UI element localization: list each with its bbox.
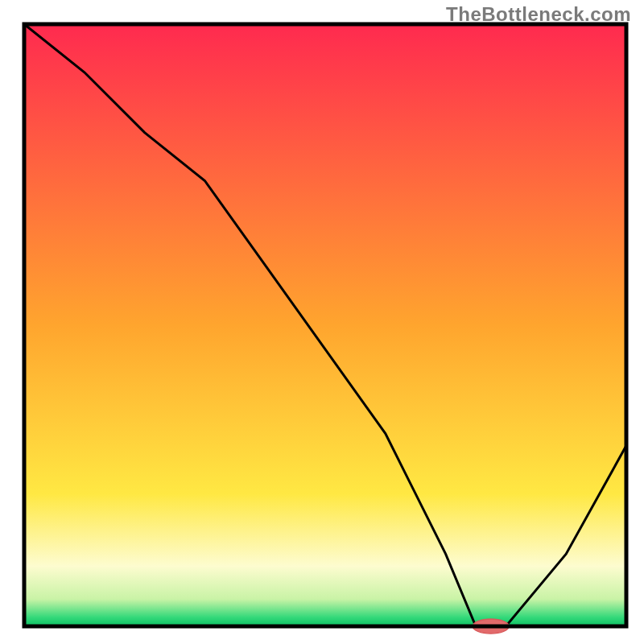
chart-stage: TheBottleneck.com — [0, 0, 644, 644]
bottleneck-chart — [0, 0, 644, 644]
plot-background — [24, 24, 626, 626]
